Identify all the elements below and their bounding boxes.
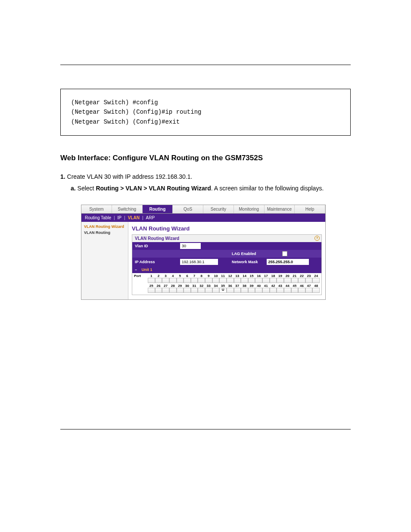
tab-system[interactable]: System [81, 205, 112, 213]
port-cell[interactable] [305, 288, 313, 293]
port-number: 3 [162, 274, 169, 278]
lag-enabled-checkbox[interactable] [282, 251, 287, 256]
network-mask-label: Network Mask [232, 260, 258, 264]
wizard-panel: VLAN Routing Wizard ? Vlan ID 30 [132, 234, 322, 295]
port-cell[interactable] [234, 288, 241, 293]
port-cell[interactable] [177, 278, 184, 283]
port-cell[interactable] [191, 288, 198, 293]
port-number: 14 [241, 274, 248, 278]
port-number: 27 [162, 284, 169, 288]
port-cell[interactable] [205, 288, 212, 293]
port-cell[interactable] [212, 278, 220, 283]
ip-address-input[interactable]: 192.168.30.1 [180, 259, 218, 265]
port-cell[interactable] [205, 278, 212, 283]
tab-qos[interactable]: QoS [173, 205, 203, 213]
tab-security[interactable]: Security [203, 205, 234, 213]
ports-area: Port123456789101112131415161718192021222… [132, 273, 321, 295]
port-number: 48 [312, 284, 320, 288]
port-cell[interactable] [298, 278, 305, 283]
port-number: 39 [248, 284, 255, 288]
port-cell[interactable] [169, 288, 177, 293]
port-cell[interactable] [184, 288, 191, 293]
port-cell[interactable] [291, 278, 299, 283]
unit-collapse-icon[interactable]: – [135, 268, 137, 272]
port-cell[interactable] [191, 278, 198, 283]
port-cell[interactable] [312, 288, 320, 293]
port-number: 18 [270, 274, 277, 278]
port-cell[interactable] [312, 278, 320, 283]
port-cell[interactable] [148, 278, 155, 283]
substep-prefix: Select [78, 185, 96, 192]
vlan-id-label: Vlan ID [132, 243, 178, 249]
substep-label: a. [71, 185, 76, 192]
port-cell[interactable] [284, 288, 291, 293]
port-cell[interactable] [270, 288, 277, 293]
port-cell[interactable] [277, 288, 284, 293]
port-cell[interactable] [262, 278, 270, 283]
sidebar-item-vlan-routing[interactable]: VLAN Routing [84, 230, 125, 235]
port-cell[interactable] [291, 288, 299, 293]
port-cell[interactable] [305, 278, 313, 283]
port-number: 23 [305, 274, 313, 278]
port-number: 21 [291, 274, 299, 278]
port-number: 25 [148, 284, 155, 288]
port-row-label: Port [134, 274, 148, 278]
sidebar: VLAN Routing Wizard VLAN Routing [81, 222, 128, 299]
port-cell[interactable] [212, 288, 220, 293]
port-cell[interactable] [155, 278, 162, 283]
port-cell[interactable] [262, 288, 270, 293]
sidebar-selected[interactable]: VLAN Routing Wizard [84, 224, 125, 229]
port-cell[interactable] [169, 278, 177, 283]
port-cell[interactable] [241, 288, 248, 293]
row-unit: – Unit 1 [132, 266, 321, 273]
port-cell[interactable] [155, 288, 162, 293]
port-number: 13 [234, 274, 241, 278]
port-number: 17 [262, 274, 270, 278]
network-mask-input[interactable]: 255.255.255.0 [267, 259, 309, 265]
port-cell[interactable] [219, 288, 227, 293]
port-cell[interactable] [248, 278, 255, 283]
port-cell[interactable] [227, 288, 234, 293]
port-number: 2 [155, 274, 162, 278]
tab-monitoring[interactable]: Monitoring [234, 205, 265, 213]
tab-maintenance[interactable]: Maintenance [265, 205, 295, 213]
help-icon[interactable]: ? [314, 236, 320, 241]
port-cell[interactable] [241, 278, 248, 283]
tab-help[interactable]: Help [295, 205, 325, 213]
port-number: 1 [148, 274, 155, 278]
port-number: 28 [169, 284, 177, 288]
tab-switching[interactable]: Switching [112, 205, 143, 213]
ip-address-label: IP Address [132, 258, 178, 265]
subtab-vlan[interactable]: VLAN [128, 215, 140, 220]
port-cell[interactable] [198, 278, 205, 283]
port-cell[interactable] [234, 278, 241, 283]
sub-tabs: Routing Table| IP| VLAN| ARP [81, 214, 325, 222]
port-cell[interactable] [198, 288, 205, 293]
subtab-arp[interactable]: ARP [146, 215, 155, 220]
subtab-routing-table[interactable]: Routing Table [85, 215, 111, 220]
port-cell[interactable] [298, 288, 305, 293]
port-cell[interactable] [277, 278, 284, 283]
port-cell[interactable] [219, 278, 227, 283]
panel-header: VLAN Routing Wizard ? [132, 235, 321, 242]
subtab-ip[interactable]: IP [118, 215, 121, 220]
port-cell[interactable] [162, 278, 169, 283]
port-cell[interactable] [255, 278, 262, 283]
port-cell[interactable] [227, 278, 234, 283]
port-number: 37 [234, 284, 241, 288]
port-number: 42 [270, 284, 277, 288]
port-cell[interactable] [255, 288, 262, 293]
main-tabs: System Switching Routing QoS Security Mo… [81, 205, 325, 214]
port-cell[interactable] [184, 278, 191, 283]
cli-line: (Netgear Switch) (Config)#ip routing [71, 107, 340, 117]
port-cell[interactable] [248, 288, 255, 293]
port-number: 9 [205, 274, 212, 278]
port-cell[interactable] [162, 288, 169, 293]
port-cell[interactable] [177, 288, 184, 293]
port-cell[interactable] [270, 278, 277, 283]
vlan-id-input[interactable]: 30 [180, 243, 201, 249]
page-title: VLAN Routing Wizard [132, 225, 322, 232]
tab-routing[interactable]: Routing [143, 205, 173, 213]
port-cell[interactable] [284, 278, 291, 283]
port-cell[interactable] [148, 288, 155, 293]
